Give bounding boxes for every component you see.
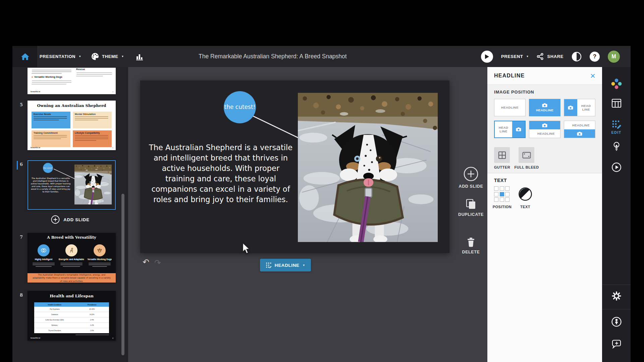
- analytics-button[interactable]: [136, 46, 143, 67]
- add-slide-label: ADD SLIDE: [63, 217, 89, 222]
- palette-icon: [91, 53, 99, 60]
- layout-tile-image-top[interactable]: HEADLINE: [529, 121, 560, 138]
- layout-tile-image-bottom[interactable]: HEADLINE: [564, 121, 595, 138]
- table-cell: 1-2%: [75, 324, 109, 326]
- settings-button[interactable]: [602, 291, 631, 301]
- thumb8-table-header: Health Condition: [34, 304, 75, 306]
- thumb7-title: A Breed with Versatility: [28, 235, 116, 240]
- share-label: SHARE: [547, 54, 564, 59]
- share-icon: [537, 53, 544, 60]
- theme-menu-label: THEME: [102, 54, 118, 59]
- beautifulai-logo-button[interactable]: [602, 78, 631, 90]
- contrast-icon[interactable]: [572, 52, 582, 62]
- gutter-label: GUTTER: [489, 165, 515, 169]
- tile-label: HEAD LINE: [577, 99, 595, 116]
- close-icon[interactable]: ×: [590, 71, 595, 80]
- play-preview-button[interactable]: [602, 162, 631, 172]
- slide-thumbnail-4[interactable]: Versatile Working Dogs Rescue beautiful.…: [28, 68, 116, 94]
- current-slide[interactable]: the cutest! The Australian Shepherd is a…: [140, 80, 449, 253]
- delete-trash-icon: [466, 237, 476, 247]
- thumb7-banner-text: The Australian Shepherd's remarkable int…: [32, 273, 111, 282]
- slide-thumbnail-8[interactable]: Health and Lifespan Health Condition Pre…: [28, 291, 116, 341]
- settings-gear-icon: [611, 291, 622, 301]
- present-play-button[interactable]: [481, 51, 493, 63]
- chevron-down-icon: ▼: [526, 55, 529, 58]
- inspiration-button[interactable]: [602, 141, 631, 151]
- placeholder-text-lines: [75, 135, 110, 141]
- image-position-label: IMAGE POSITION: [494, 89, 534, 95]
- theme-menu[interactable]: THEME ▼: [91, 46, 124, 67]
- play-icon: [484, 54, 489, 59]
- thumb4-heading-left: Versatile Working Dogs: [34, 75, 62, 78]
- placeholder-text-lines: [34, 116, 68, 120]
- add-comment-button[interactable]: [602, 339, 631, 349]
- layout-tile-image-background[interactable]: HEADLINE: [529, 99, 560, 116]
- gutter-button[interactable]: [494, 147, 510, 163]
- edit-button[interactable]: EDIT: [602, 119, 631, 134]
- slide-bubble-shape[interactable]: the cutest!: [224, 91, 256, 123]
- share-button[interactable]: SHARE: [537, 53, 564, 60]
- camera-icon: [568, 106, 573, 110]
- layout-tile-text-only[interactable]: HEADLINE: [494, 99, 526, 116]
- camera-icon: [542, 123, 547, 127]
- question-mark-icon: ?: [593, 53, 596, 60]
- thumb5-page-number: 5: [112, 147, 113, 149]
- slide-thumbnail-6-selected[interactable]: the cutest! The Australian Shepherd is a…: [28, 160, 116, 210]
- thumb8-page-number: 8: [112, 337, 113, 339]
- present-menu[interactable]: PRESENT ▼: [501, 54, 529, 59]
- home-button[interactable]: [12, 46, 38, 67]
- edit-label: EDIT: [611, 130, 622, 134]
- layout-tile-image-left[interactable]: HEAD LINE: [564, 99, 595, 116]
- thumb4-page-number: 4: [112, 91, 113, 93]
- thumb6-body-text: The Australian Shepherd is a versatile a…: [30, 177, 71, 193]
- headline-dropdown-button[interactable]: HEADLINE ▼: [260, 259, 311, 272]
- home-icon: [21, 53, 30, 61]
- layout-tile-image-right-selected[interactable]: HEAD LINE: [494, 121, 526, 138]
- text-position-control[interactable]: [494, 186, 509, 202]
- slide-thumbnail-7[interactable]: A Breed with Versatility Highly Intellig…: [28, 233, 116, 283]
- table-cell: 8-10%: [75, 314, 109, 315]
- delete-action-label: DELETE: [462, 250, 480, 254]
- sidebar-add-slide-button[interactable]: ADD SLIDE: [12, 215, 128, 225]
- tile-label: HEADLINE: [494, 99, 525, 116]
- help-button[interactable]: ?: [590, 52, 600, 62]
- placeholder-text-lines: [75, 334, 109, 335]
- chevron-down-icon: ▼: [78, 55, 82, 58]
- slide-list-sidebar: Versatile Working Dogs Rescue beautiful.…: [12, 67, 128, 362]
- slide-number-6: 6: [20, 162, 23, 167]
- thumb7-item: Energetic and Adaptable: [58, 258, 85, 260]
- slide-number-5: 5: [20, 102, 23, 107]
- full-bleed-label: FULL BLEED: [512, 165, 542, 169]
- text-section-label: TEXT: [494, 178, 507, 183]
- chart-icon: [136, 53, 143, 60]
- slide-body-text[interactable]: The Australian Shepherd is a versatile a…: [149, 142, 293, 205]
- placeholder-text-lines: [76, 71, 112, 76]
- delete-action[interactable]: DELETE: [453, 237, 488, 254]
- accessibility-button[interactable]: [602, 316, 631, 327]
- chevron-down-icon: ▼: [121, 55, 124, 58]
- dog-photo[interactable]: [298, 93, 438, 242]
- slide-thumbnail-5[interactable]: Owning an Australian Shepherd Exercise N…: [28, 101, 116, 150]
- table-cell: Hip Dysplasia: [34, 308, 75, 310]
- avatar[interactable]: M: [608, 51, 620, 63]
- redo-icon[interactable]: ↷: [154, 259, 161, 267]
- chevron-down-icon: ▼: [303, 264, 306, 267]
- duplicate-action-label: DUPLICATE: [458, 212, 484, 217]
- presentation-title[interactable]: The Remarkable Australian Shepherd: A Br…: [199, 46, 347, 67]
- full-bleed-button[interactable]: [519, 147, 534, 163]
- text-contrast-control[interactable]: [518, 187, 532, 201]
- undo-icon[interactable]: ↶: [143, 258, 149, 266]
- panel-title: HEADLINE: [494, 73, 525, 79]
- presentation-menu[interactable]: PRESENTATION ▼: [40, 46, 82, 67]
- add-slide-action[interactable]: ADD SLIDE: [453, 166, 488, 189]
- sidebar-scrollbar[interactable]: [121, 194, 124, 355]
- duplicate-action[interactable]: DUPLICATE: [453, 198, 488, 217]
- play-circle-icon: [611, 162, 622, 172]
- layouts-button[interactable]: [602, 99, 631, 108]
- idea-bulb-icon: [612, 141, 621, 151]
- right-toolbar: EDIT: [602, 67, 631, 362]
- selected-slide-indicator: [17, 161, 18, 170]
- cursor-arrow-icon: [242, 243, 251, 255]
- table-cell: 20-40%: [75, 308, 109, 310]
- bullet-icon: [32, 76, 33, 78]
